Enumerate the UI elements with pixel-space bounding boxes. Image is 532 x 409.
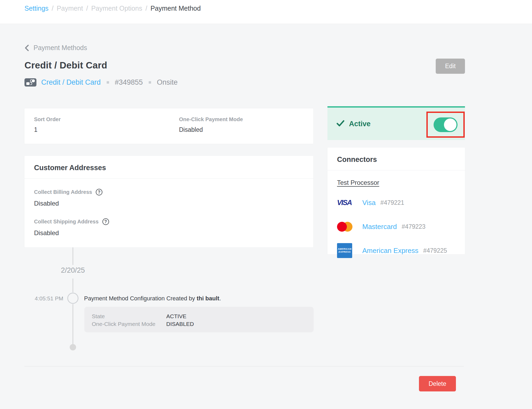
timeline-event-details: State ACTIVE One-Click Payment Mode DISA… <box>84 307 314 332</box>
breadcrumb-settings[interactable]: Settings <box>24 5 48 12</box>
timeline-node-icon <box>67 293 78 304</box>
one-click-mode-field: One-Click Payment Mode Disabled <box>179 116 243 136</box>
sort-order-label: Sort Order <box>34 116 179 122</box>
sort-order-field: Sort Order 1 <box>34 116 179 136</box>
connector-link-amex[interactable]: American Express <box>362 247 418 255</box>
one-click-mode-label: One-Click Payment Mode <box>179 116 243 122</box>
breadcrumb-separator: / <box>146 5 147 12</box>
square-separator-icon <box>149 81 151 84</box>
breadcrumb-bar: Settings / Payment / Payment Options / P… <box>0 0 532 24</box>
page-title: Credit / Debit Card <box>24 60 107 71</box>
connector-row-mastercard: Mastercard #479223 <box>337 219 455 234</box>
breadcrumb-payment-options: Payment Options <box>91 5 142 12</box>
breadcrumb: Settings / Payment / Payment Options / P… <box>24 5 201 12</box>
help-icon[interactable]: ? <box>102 218 109 225</box>
connector-link-visa[interactable]: Visa <box>362 199 376 207</box>
credit-card-icon <box>24 78 36 87</box>
chevron-left-icon <box>24 44 30 52</box>
back-to-payment-methods-link[interactable]: Payment Methods <box>24 44 87 52</box>
connector-id-visa: #479221 <box>380 199 404 206</box>
timeline-event-time: 4:05:51 PM <box>10 295 63 302</box>
payment-method-mode: Onsite <box>157 78 178 87</box>
one-click-mode-value: Disabled <box>179 126 243 133</box>
payment-method-page: Settings / Payment / Payment Options / P… <box>0 0 532 409</box>
connector-id-amex: #479225 <box>423 247 447 254</box>
active-toggle[interactable] <box>434 117 458 132</box>
collect-shipping-address-label: Collect Shipping Address <box>34 219 99 225</box>
visa-logo-icon: VISA <box>337 199 352 207</box>
detail-state-label: State <box>92 312 166 320</box>
amex-logo-icon: AMERICAN EXPRESS <box>337 243 352 258</box>
active-status-panel: Active <box>327 106 465 140</box>
breadcrumb-payment: Payment <box>57 5 83 12</box>
collect-billing-address-field: Collect Billing Address ? Disabled <box>34 189 304 207</box>
detail-state-value: ACTIVE <box>166 312 186 320</box>
connector-link-mastercard[interactable]: Mastercard <box>362 223 397 231</box>
toggle-knob <box>444 118 456 131</box>
footer-divider <box>24 366 464 366</box>
connector-row-amex: AMERICAN EXPRESS American Express #47922… <box>337 243 455 258</box>
connectors-panel: Connectors Test Processor VISA Visa #479… <box>327 148 465 254</box>
active-status-label: Active <box>349 120 371 128</box>
timeline-line <box>72 279 73 292</box>
test-processor-link[interactable]: Test Processor <box>337 179 379 186</box>
breadcrumb-current: Payment Method <box>151 5 201 12</box>
back-link-label: Payment Methods <box>34 44 87 52</box>
collect-shipping-address-field: Collect Shipping Address ? Disabled <box>34 218 304 237</box>
breadcrumb-separator: / <box>86 5 88 12</box>
mastercard-logo-icon <box>337 222 352 232</box>
collect-billing-address-value: Disabled <box>34 200 304 207</box>
connector-id-mastercard: #479223 <box>402 223 426 230</box>
timeline-event-actor: thi bault <box>197 295 219 302</box>
annotation-highlight-box <box>426 112 465 138</box>
collect-billing-address-label: Collect Billing Address <box>34 189 92 195</box>
payment-method-summary-row: Credit / Debit Card #349855 Onsite <box>24 77 178 88</box>
edit-button[interactable]: Edit <box>436 59 465 74</box>
connectors-title: Connectors <box>337 156 377 163</box>
connectors-header: Connectors <box>327 148 465 170</box>
payment-method-type-link[interactable]: Credit / Debit Card <box>41 78 101 87</box>
detail-one-click-label: One-Click Payment Mode <box>92 320 166 328</box>
customer-addresses-card: Customer Addresses Collect Billing Addre… <box>24 156 313 247</box>
connector-row-visa: VISA Visa #479221 <box>337 195 455 210</box>
timeline-end-dot-icon <box>70 344 76 350</box>
square-separator-icon <box>107 81 109 84</box>
payment-method-id: #349855 <box>115 78 143 87</box>
timeline-line <box>72 247 73 265</box>
timeline-event-text: Payment Method Configuration Created by … <box>84 295 221 302</box>
help-icon[interactable]: ? <box>96 189 102 195</box>
timeline-line <box>72 304 73 344</box>
breadcrumb-separator: / <box>52 5 53 12</box>
customer-addresses-title: Customer Addresses <box>34 164 106 172</box>
customer-addresses-header: Customer Addresses <box>24 156 313 179</box>
delete-button[interactable]: Delete <box>419 376 456 391</box>
detail-one-click-value: DISABLED <box>166 320 194 328</box>
collect-shipping-address-value: Disabled <box>34 229 304 237</box>
timeline-date: 2/20/25 <box>46 266 99 275</box>
check-icon <box>336 120 344 128</box>
summary-card: Sort Order 1 One-Click Payment Mode Disa… <box>24 108 313 144</box>
sort-order-value: 1 <box>34 126 179 133</box>
